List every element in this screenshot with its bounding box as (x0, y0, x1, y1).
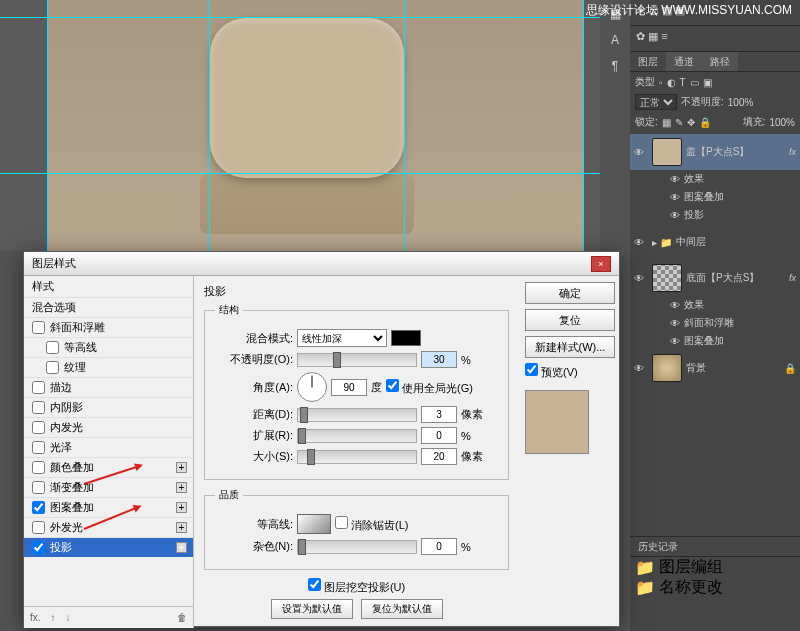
eye-icon[interactable]: 👁 (670, 336, 680, 347)
size-slider[interactable] (297, 450, 417, 464)
style-checkbox[interactable] (32, 381, 45, 394)
eye-icon[interactable]: 👁 (670, 174, 680, 185)
style-item[interactable]: 光泽 (24, 437, 193, 457)
gear-icon[interactable]: ✿ (636, 30, 645, 42)
style-checkbox[interactable] (32, 541, 45, 554)
spread-input[interactable] (421, 427, 457, 444)
style-checkbox[interactable] (46, 361, 59, 374)
style-checkbox[interactable] (32, 421, 45, 434)
layer-name[interactable]: 盖【P大点S】 (686, 145, 785, 159)
style-item[interactable]: 内发光 (24, 417, 193, 437)
noise-slider[interactable] (297, 540, 417, 554)
style-item[interactable]: 纹理 (24, 357, 193, 377)
filter-type-icon[interactable]: T (680, 77, 686, 88)
layer-effect-row[interactable]: 👁图案叠加 (630, 332, 800, 350)
canvas[interactable] (0, 0, 630, 251)
opacity-slider[interactable] (297, 353, 417, 367)
layer-row[interactable]: 👁 盖【P大点S】 fx (630, 134, 800, 170)
type-tool-icon[interactable]: A (602, 28, 628, 52)
guide-vertical[interactable] (47, 0, 48, 251)
style-checkbox[interactable] (32, 501, 45, 514)
layer-thumbnail[interactable] (652, 354, 682, 382)
lock-move-icon[interactable]: ✥ (687, 117, 695, 128)
add-instance-icon[interactable]: + (176, 542, 187, 553)
fill-value[interactable]: 100% (769, 117, 795, 128)
paragraph-icon[interactable]: ¶ (602, 54, 628, 78)
spread-slider[interactable] (297, 429, 417, 443)
global-light-checkbox[interactable]: 使用全局光(G) (386, 379, 473, 396)
guide-vertical[interactable] (209, 0, 210, 251)
tab-channels[interactable]: 通道 (666, 52, 702, 71)
filter-smart-icon[interactable]: ▣ (703, 77, 712, 88)
lock-trans-icon[interactable]: ▦ (662, 117, 671, 128)
new-style-button[interactable]: 新建样式(W)... (525, 336, 615, 358)
eye-icon[interactable]: 👁 (670, 300, 680, 311)
opacity-value[interactable]: 100% (728, 97, 754, 108)
style-item[interactable]: 等高线 (24, 337, 193, 357)
guide-horizontal[interactable] (0, 17, 630, 18)
eye-icon[interactable]: 👁 (670, 210, 680, 221)
guide-horizontal[interactable] (0, 173, 630, 174)
layer-effect-row[interactable]: 👁效果 (630, 296, 800, 314)
grid-icon[interactable]: ▦ (648, 30, 658, 42)
fx-badge[interactable]: fx (789, 147, 796, 157)
lock-all-icon[interactable]: 🔒 (699, 117, 711, 128)
reset-default-button[interactable]: 复位为默认值 (361, 599, 443, 619)
tab-layers[interactable]: 图层 (630, 52, 666, 71)
style-checkbox[interactable] (32, 321, 45, 334)
style-item[interactable]: 内阴影 (24, 397, 193, 417)
style-item[interactable]: 图案叠加+ (24, 497, 193, 517)
guide-vertical[interactable] (583, 0, 584, 251)
fx-menu-icon[interactable]: fx. (30, 612, 41, 623)
angle-dial[interactable] (297, 372, 327, 402)
up-icon[interactable]: ↑ (51, 612, 56, 623)
tab-paths[interactable]: 路径 (702, 52, 738, 71)
distance-input[interactable] (421, 406, 457, 423)
style-item[interactable]: 渐变叠加+ (24, 477, 193, 497)
angle-input[interactable] (331, 379, 367, 396)
ok-button[interactable]: 确定 (525, 282, 615, 304)
style-checkbox[interactable] (32, 521, 45, 534)
antialias-checkbox[interactable]: 消除锯齿(L) (335, 516, 409, 533)
blend-mode-select[interactable]: 正常 (635, 94, 677, 110)
styles-header[interactable]: 样式 (24, 276, 193, 297)
dialog-titlebar[interactable]: 图层样式 × (24, 252, 619, 276)
style-item[interactable]: 描边 (24, 377, 193, 397)
layer-name[interactable]: 背景 (686, 361, 780, 375)
trash-icon[interactable]: 🗑 (177, 612, 187, 623)
layer-effect-row[interactable]: 👁投影 (630, 206, 800, 224)
fx-badge[interactable]: fx (789, 273, 796, 283)
close-button[interactable]: × (591, 256, 611, 272)
shadow-color-swatch[interactable] (391, 330, 421, 346)
visibility-icon[interactable]: 👁 (634, 147, 648, 158)
layer-row[interactable]: 👁 背景 🔒 (630, 350, 800, 386)
preview-checkbox[interactable]: 预览(V) (525, 366, 578, 378)
layer-effect-row[interactable]: 👁图案叠加 (630, 188, 800, 206)
style-checkbox[interactable] (32, 461, 45, 474)
cancel-button[interactable]: 复位 (525, 309, 615, 331)
style-checkbox[interactable] (46, 341, 59, 354)
down-icon[interactable]: ↓ (66, 612, 71, 623)
noise-input[interactable] (421, 538, 457, 555)
knockout-checkbox[interactable]: 图层挖空投影(U) (308, 578, 405, 595)
filter-adjust-icon[interactable]: ◐ (667, 77, 676, 88)
add-instance-icon[interactable]: + (176, 482, 187, 493)
layer-name[interactable]: 底面【P大点S】 (686, 271, 785, 285)
size-input[interactable] (421, 448, 457, 465)
blending-options-row[interactable]: 混合选项 (24, 297, 193, 317)
lines-icon[interactable]: ≡ (661, 30, 667, 42)
visibility-icon[interactable]: 👁 (634, 273, 648, 284)
layer-thumbnail[interactable] (652, 264, 682, 292)
visibility-icon[interactable]: 👁 (634, 237, 648, 248)
style-checkbox[interactable] (32, 441, 45, 454)
layer-name[interactable]: 中间层 (676, 235, 796, 249)
guide-vertical[interactable] (404, 0, 405, 251)
add-instance-icon[interactable]: + (176, 522, 187, 533)
history-item[interactable]: 📁名称更改 (630, 577, 800, 597)
layer-thumbnail[interactable] (652, 138, 682, 166)
add-instance-icon[interactable]: + (176, 462, 187, 473)
layer-row-folder[interactable]: 👁 ▸ 📁 中间层 (630, 224, 800, 260)
tab-history[interactable]: 历史记录 (630, 537, 686, 556)
opacity-input[interactable] (421, 351, 457, 368)
style-item[interactable]: 斜面和浮雕 (24, 317, 193, 337)
